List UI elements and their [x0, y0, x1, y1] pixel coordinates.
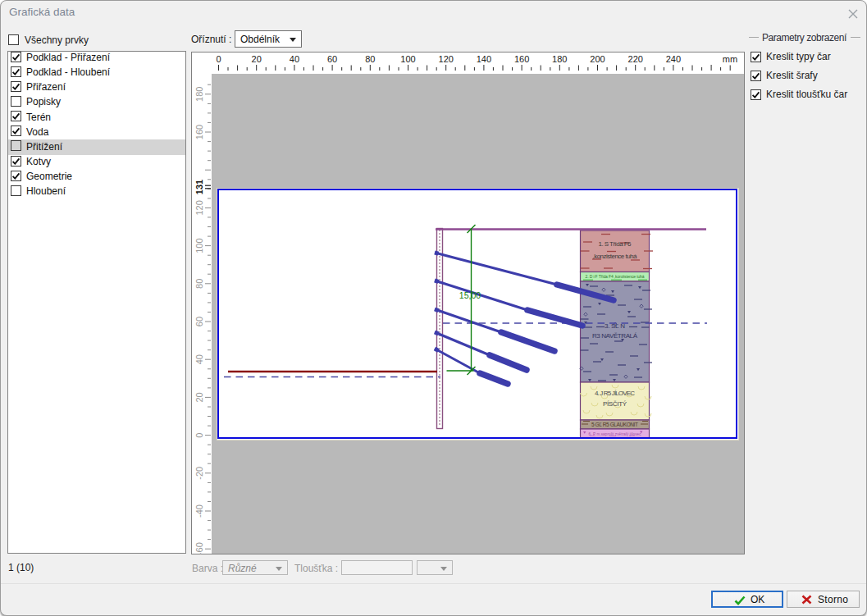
svg-text:120: 120: [439, 54, 454, 64]
svg-text:R3 NAVĚTRALÁ: R3 NAVĚTRALÁ: [592, 332, 638, 340]
svg-text:0: 0: [194, 433, 204, 438]
svg-text:240: 240: [666, 54, 681, 64]
svg-text:180: 180: [194, 87, 204, 102]
svg-text:6. P m,saprolit zvětralý jílov: 6. P m,saprolit zvětralý jílovec: [589, 432, 642, 436]
svg-text:20: 20: [194, 392, 204, 402]
svg-text:60: 60: [327, 54, 337, 64]
svg-text:0: 0: [216, 54, 221, 64]
svg-text:5 GĽ R5 GLAUKONIT: 5 GĽ R5 GLAUKONIT: [591, 422, 638, 427]
svg-text:20: 20: [252, 54, 262, 64]
svg-text:160: 160: [194, 125, 204, 139]
svg-text:-60: -60: [194, 542, 204, 554]
svg-text:,konzistence tuhá: ,konzistence tuhá: [593, 253, 638, 260]
svg-text:2. D i F Třída F4 ,konzistence: 2. D i F Třída F4 ,konzistence tuhá: [586, 274, 645, 279]
svg-text:mm: mm: [723, 54, 737, 64]
svg-text:PÍSČITÝ: PÍSČITÝ: [603, 400, 627, 408]
svg-text:200: 200: [590, 54, 605, 64]
svg-text:100: 100: [400, 54, 415, 64]
svg-text:160: 160: [514, 54, 529, 64]
svg-text:1. S Třída F6: 1. S Třída F6: [599, 240, 632, 248]
svg-text:140: 140: [477, 54, 491, 64]
svg-text:60: 60: [194, 317, 204, 326]
svg-text:120: 120: [194, 200, 204, 215]
svg-text:40: 40: [194, 354, 204, 364]
svg-text:180: 180: [552, 54, 567, 64]
svg-text:4. J R5 JÍLOVEC: 4. J R5 JÍLOVEC: [595, 390, 635, 397]
svg-text:-40: -40: [194, 504, 204, 518]
svg-text:220: 220: [628, 54, 643, 64]
svg-text:15,00: 15,00: [459, 290, 481, 300]
svg-text:131: 131: [194, 180, 204, 194]
svg-text:-20: -20: [194, 467, 204, 480]
svg-text:100: 100: [194, 238, 204, 253]
svg-text:80: 80: [365, 54, 375, 64]
svg-text:40: 40: [290, 54, 299, 64]
svg-text:80: 80: [194, 279, 204, 289]
